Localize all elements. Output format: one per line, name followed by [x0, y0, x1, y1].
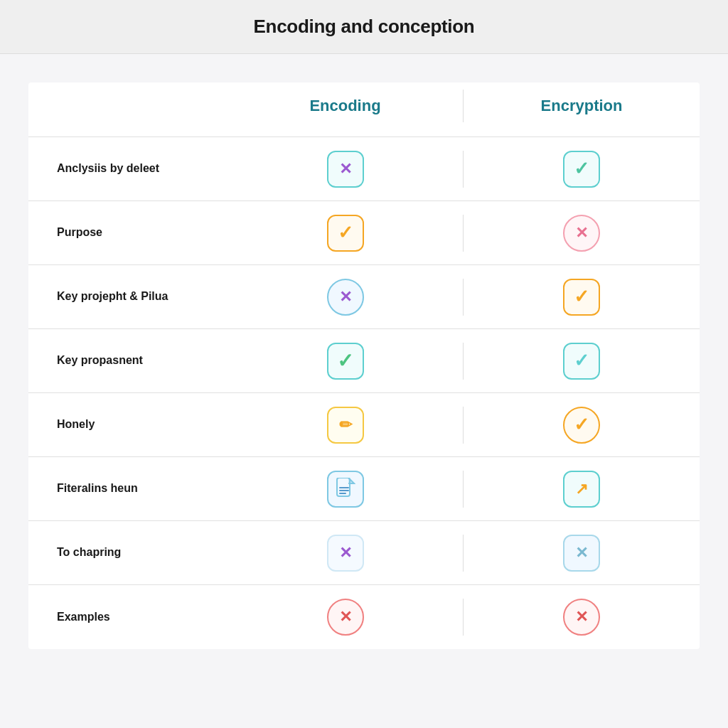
encryption-icon-7: [464, 535, 700, 572]
table-row: To chapring: [28, 521, 700, 585]
row-label: Examples: [28, 609, 228, 625]
encoding-icon-1: [228, 151, 464, 188]
comparison-table: Encoding Encryption Anclysiis by deleet …: [28, 82, 700, 649]
teal-check2-icon: [563, 343, 600, 380]
table-row: Fiteralins heun: [28, 457, 700, 521]
lightblue-x-icon: [563, 535, 600, 572]
encoding-icon-4: [228, 343, 464, 380]
page-title: Encoding and conception: [14, 16, 714, 38]
red-x-circle-icon-enc: [327, 599, 364, 636]
encryption-icon-2: [464, 215, 700, 252]
teal-check-icon: [563, 151, 600, 188]
green-check-icon: [327, 343, 364, 380]
table-row: Key projepht & Pilua: [28, 265, 700, 329]
orange-check-sq-icon: [563, 279, 600, 316]
table-row: Anclysiis by deleet: [28, 137, 700, 201]
encoding-icon-7: [228, 535, 464, 572]
table-row: Examples: [28, 585, 700, 649]
blue-purple-x-icon: [327, 279, 364, 316]
page-wrapper: Encoding and conception Encoding Encrypt…: [0, 0, 728, 728]
lightblue-purple-x-icon: [327, 535, 364, 572]
encryption-icon-6: [464, 471, 700, 508]
row-label: Key projepht & Pilua: [28, 289, 228, 304]
table-row: Purpose: [28, 201, 700, 265]
table-row: Key propasnent: [28, 329, 700, 393]
row-label: Key propasnent: [28, 353, 228, 368]
encryption-icon-4: [464, 343, 700, 380]
row-label: Anclysiis by deleet: [28, 161, 228, 176]
encoding-icon-2: [228, 215, 464, 252]
teal-purple-x-icon: [327, 151, 364, 188]
document-svg: [336, 478, 355, 500]
header-encryption: Encryption: [464, 90, 700, 122]
encryption-icon-3: [464, 279, 700, 316]
orange-circle-check-icon: [563, 407, 600, 444]
teal-link-icon: [563, 471, 600, 508]
orange-check-icon: [327, 215, 364, 252]
table-header: Encoding Encryption: [28, 82, 700, 137]
header-empty: [28, 90, 228, 122]
table-row: Honely: [28, 393, 700, 457]
encryption-icon-8: [464, 599, 700, 636]
encoding-icon-8: [228, 599, 464, 636]
encoding-icon-6: [228, 471, 464, 508]
row-label: Honely: [28, 417, 228, 432]
orange-edit-icon: [327, 407, 364, 444]
encoding-icon-5: [228, 407, 464, 444]
header-encoding: Encoding: [228, 90, 464, 122]
red-x-circle-icon-enc2: [563, 599, 600, 636]
row-label: To chapring: [28, 545, 228, 560]
row-label: Fiteralins heun: [28, 481, 228, 496]
encryption-icon-1: [464, 151, 700, 188]
encoding-icon-3: [228, 279, 464, 316]
pink-x-icon: [563, 215, 600, 252]
doc-inner: [336, 478, 355, 500]
title-bar: Encoding and conception: [0, 0, 728, 54]
blue-doc-icon: [327, 471, 364, 508]
encryption-icon-5: [464, 407, 700, 444]
row-label: Purpose: [28, 225, 228, 240]
